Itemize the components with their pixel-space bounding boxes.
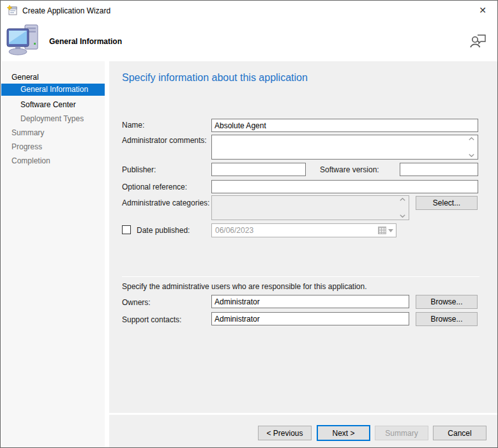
cancel-button[interactable]: Cancel: [433, 426, 487, 440]
feedback-person-icon[interactable]: [469, 31, 487, 48]
admin-categories-textarea: [211, 195, 409, 220]
nav-item-software-center[interactable]: Software Center: [1, 99, 105, 111]
software-version-label: Software version:: [320, 165, 379, 174]
scroll-down-icon: [400, 214, 405, 218]
browse-owners-button[interactable]: Browse...: [416, 295, 478, 309]
nav-item-progress: Progress: [1, 141, 105, 153]
window-title: Create Application Wizard: [22, 6, 110, 15]
summary-button: Summary: [375, 426, 428, 440]
name-label: Name:: [122, 121, 144, 130]
wizard-header: General Information: [1, 20, 497, 61]
admin-users-note: Specify the administrative users who are…: [122, 282, 367, 291]
scroll-down-icon[interactable]: [469, 154, 474, 157]
browse-support-contacts-button[interactable]: Browse...: [416, 312, 478, 326]
textarea-scroll-arrows[interactable]: [467, 137, 476, 157]
calendar-icon: [378, 227, 386, 234]
support-contacts-input[interactable]: [211, 312, 409, 325]
optional-reference-label: Optional reference:: [122, 183, 187, 191]
previous-button[interactable]: < Previous: [258, 426, 312, 440]
computer-icon: [6, 24, 43, 57]
sidebar-divider: [105, 61, 109, 448]
general-information-page: Specify information about this applicati…: [109, 61, 498, 413]
section-separator: [122, 276, 479, 277]
owners-label: Owners:: [122, 298, 151, 307]
nav-item-summary: Summary: [1, 127, 105, 139]
close-button[interactable]: ✕: [473, 3, 492, 17]
name-input[interactable]: [211, 119, 478, 132]
nav-item-general[interactable]: General: [1, 71, 105, 84]
wizard-nav-sidebar: General General Information Software Cen…: [1, 61, 105, 448]
date-published-input: 06/06/2023: [211, 223, 396, 237]
date-published-label: Date published:: [137, 226, 190, 235]
owners-input[interactable]: [211, 295, 409, 308]
support-contacts-label: Support contacts:: [122, 315, 181, 324]
admin-comments-textarea[interactable]: [211, 135, 478, 160]
nav-item-completion: Completion: [1, 155, 105, 167]
wizard-footer: < Previous Next > Summary Cancel: [109, 415, 498, 448]
admin-categories-label: Administrative categories:: [122, 198, 209, 207]
scroll-up-icon: [400, 198, 405, 201]
nav-item-general-information[interactable]: General Information: [1, 84, 105, 96]
next-button[interactable]: Next >: [317, 425, 370, 441]
header-title: General Information: [49, 37, 122, 46]
publisher-input[interactable]: [211, 163, 306, 176]
optional-reference-input[interactable]: [211, 180, 478, 193]
publisher-label: Publisher:: [122, 165, 156, 174]
nav-item-deployment-types: Deployment Types: [1, 113, 105, 125]
software-version-input[interactable]: [400, 163, 478, 176]
title-bar: Create Application Wizard ✕: [1, 1, 497, 20]
create-application-wizard-window: { "window": { "title": "Create Applicati…: [0, 0, 498, 448]
wizard-app-icon: [7, 5, 17, 15]
admin-comments-label: Administrator comments:: [122, 136, 207, 145]
scroll-up-icon[interactable]: [469, 137, 474, 140]
page-title: Specify information about this applicati…: [122, 72, 308, 84]
date-dropdown-arrow-icon: [388, 229, 393, 232]
select-categories-button[interactable]: Select...: [416, 196, 478, 210]
date-published-checkbox[interactable]: [122, 225, 131, 234]
